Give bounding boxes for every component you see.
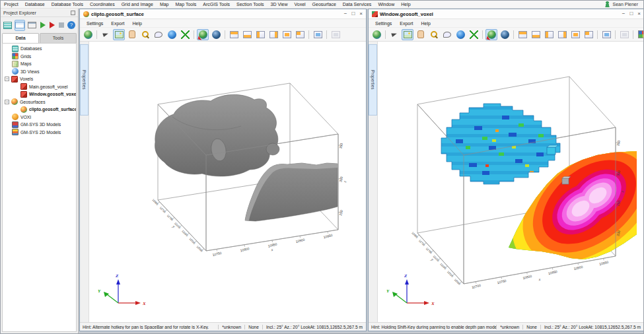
project-window-button[interactable] bbox=[27, 20, 37, 31]
menu-settings[interactable]: Settings bbox=[83, 21, 107, 26]
minimize-button[interactable]: − bbox=[344, 11, 347, 17]
collapse-toggle-icon[interactable]: − bbox=[5, 77, 9, 81]
full-view-globe-button[interactable] bbox=[166, 29, 178, 40]
clip-view-button[interactable] bbox=[330, 29, 341, 40]
view-bottom-button[interactable] bbox=[241, 29, 253, 40]
menubar-item-database-tools[interactable]: Database Tools bbox=[48, 2, 87, 7]
select-pointer-button[interactable] bbox=[388, 29, 400, 40]
minimize-button[interactable]: − bbox=[622, 11, 626, 17]
scene-manager-button[interactable] bbox=[82, 29, 94, 40]
view-south-button[interactable] bbox=[556, 29, 568, 40]
scene-manager-button[interactable] bbox=[371, 29, 382, 40]
rotate-view-button[interactable] bbox=[485, 29, 497, 40]
zoom-selection-button[interactable] bbox=[153, 29, 164, 40]
run-gx-button[interactable] bbox=[39, 20, 46, 31]
menubar-item-3d-view[interactable]: 3D View bbox=[268, 2, 291, 7]
run-workflow-button[interactable] bbox=[48, 20, 55, 31]
plane-view-button[interactable] bbox=[113, 29, 125, 40]
voxel-body[interactable] bbox=[436, 98, 565, 187]
rotate-view-button[interactable] bbox=[197, 29, 209, 40]
view-west-button[interactable] bbox=[294, 29, 306, 40]
spin-view-button[interactable] bbox=[210, 29, 222, 40]
clip-view-button[interactable] bbox=[618, 29, 630, 40]
full-view-globe-button[interactable] bbox=[454, 29, 466, 40]
view-west-button[interactable] bbox=[583, 29, 594, 40]
view-south-button[interactable] bbox=[268, 29, 279, 40]
pan-button[interactable] bbox=[126, 29, 138, 40]
view-north-button[interactable] bbox=[543, 29, 555, 40]
select-pointer-button[interactable] bbox=[100, 29, 112, 40]
zoom-extents-button[interactable] bbox=[179, 29, 191, 40]
surface-3d-scene[interactable]: Z X Y 1075010800108501090010950x12500125… bbox=[89, 42, 366, 322]
menubar-item-arcgis-tools[interactable]: ArcGIS Tools bbox=[199, 2, 233, 7]
close-button[interactable]: × bbox=[637, 11, 641, 17]
color-legend-button[interactable] bbox=[636, 29, 644, 40]
zoom-extents-button[interactable] bbox=[468, 29, 480, 40]
zoom-button[interactable] bbox=[139, 29, 151, 40]
tree-item-grids[interactable]: Grids bbox=[3, 53, 76, 61]
pin-icon[interactable] bbox=[71, 11, 75, 15]
menubar-item-map[interactable]: Map bbox=[157, 2, 172, 7]
tab-tools[interactable]: Tools bbox=[40, 33, 77, 43]
menubar-item-database[interactable]: Database bbox=[22, 2, 48, 7]
close-button[interactable]: × bbox=[359, 11, 363, 17]
properties-tab[interactable]: Properties bbox=[369, 44, 377, 116]
user-chip[interactable]: Sean Plener bbox=[604, 1, 643, 7]
menu-help[interactable]: Help bbox=[417, 21, 435, 26]
menubar-item-window[interactable]: Window bbox=[375, 2, 398, 7]
tree-item-maps[interactable]: Maps bbox=[3, 60, 76, 68]
menu-help[interactable]: Help bbox=[129, 21, 146, 26]
tree-item-voxels[interactable]: −Voxels bbox=[3, 75, 76, 83]
perspective-view-button[interactable] bbox=[600, 29, 612, 40]
tree-item-main-geosoft-voxel[interactable]: Main.geosoft_voxel bbox=[3, 83, 76, 91]
menubar-item-coordinates[interactable]: Coordinates bbox=[87, 2, 118, 7]
menubar-item-geosurface[interactable]: Geosurface bbox=[309, 2, 340, 7]
tree-item-clipto-geosoft-surface[interactable]: clipto.geosoft_surface bbox=[3, 106, 76, 114]
zoom-button[interactable] bbox=[428, 29, 440, 40]
menubar-item-help[interactable]: Help bbox=[398, 2, 413, 7]
view-top-button[interactable] bbox=[228, 29, 240, 40]
help-button[interactable] bbox=[67, 20, 76, 31]
collapse-toggle-icon[interactable]: − bbox=[5, 100, 9, 104]
zoom-selection-button[interactable] bbox=[441, 29, 453, 40]
tree-item-gm-sys-3d-models[interactable]: GM-SYS 3D Models bbox=[3, 121, 76, 129]
surface-window-titlebar[interactable]: clipto.geosoft_surface − □ × bbox=[80, 9, 366, 19]
view-east-button[interactable] bbox=[281, 29, 293, 40]
voxel-3d-viewport[interactable]: Z X Y 107001075010800108501090010950x125… bbox=[378, 42, 644, 322]
tree-item-voxi[interactable]: VOXI bbox=[3, 114, 76, 121]
voxel-window-titlebar[interactable]: Window.geosoft_voxel − □ × bbox=[369, 9, 644, 19]
tab-data[interactable]: Data bbox=[2, 33, 39, 43]
open-project-folder-button[interactable] bbox=[15, 20, 25, 31]
tree-item-window-geosoft-voxel[interactable]: Window.geosoft_voxel bbox=[3, 90, 76, 98]
menubar-item-data-services[interactable]: Data Services bbox=[340, 2, 375, 7]
voxel-3d-scene[interactable]: Z X Y 107001075010800108501090010950x125… bbox=[378, 42, 644, 322]
menubar-item-section-tools[interactable]: Section Tools bbox=[233, 2, 268, 7]
pan-button[interactable] bbox=[415, 29, 427, 40]
spin-view-button[interactable] bbox=[499, 29, 511, 40]
tree-item-geosurfaces[interactable]: −Geosurfaces bbox=[3, 98, 76, 106]
menu-export[interactable]: Export bbox=[107, 21, 128, 26]
perspective-view-icon bbox=[602, 31, 611, 38]
view-east-button[interactable] bbox=[569, 29, 581, 40]
menubar-item-project[interactable]: Project bbox=[1, 2, 22, 7]
menu-settings[interactable]: Settings bbox=[371, 21, 396, 26]
perspective-view-button[interactable] bbox=[312, 29, 324, 40]
view-north-button[interactable] bbox=[254, 29, 266, 40]
plane-view-button[interactable] bbox=[402, 29, 413, 40]
data-source-button[interactable] bbox=[3, 20, 13, 31]
menubar-item-voxel[interactable]: Voxel bbox=[291, 2, 308, 7]
view-bottom-button[interactable] bbox=[530, 29, 542, 40]
menubar-item-map-tools[interactable]: Map Tools bbox=[172, 2, 200, 7]
maximize-button[interactable]: □ bbox=[629, 11, 633, 17]
menu-export[interactable]: Export bbox=[396, 21, 417, 26]
surface-3d-viewport[interactable]: Z X Y 1075010800108501090010950x12500125… bbox=[89, 42, 366, 322]
tree-item-gm-sys-2d-models[interactable]: GM-SYS 2D Models bbox=[3, 129, 76, 137]
maximize-button[interactable]: □ bbox=[351, 11, 355, 17]
view-top-button[interactable] bbox=[517, 29, 528, 40]
menubar-item-grid-and-image[interactable]: Grid and Image bbox=[118, 2, 157, 7]
stop-button[interactable] bbox=[57, 20, 65, 31]
gray-surface-large[interactable] bbox=[155, 94, 278, 176]
tree-item-databases[interactable]: Databases bbox=[3, 45, 76, 53]
properties-tab[interactable]: Properties bbox=[80, 44, 89, 116]
tree-item-3d-views[interactable]: 3D Views bbox=[3, 68, 76, 76]
